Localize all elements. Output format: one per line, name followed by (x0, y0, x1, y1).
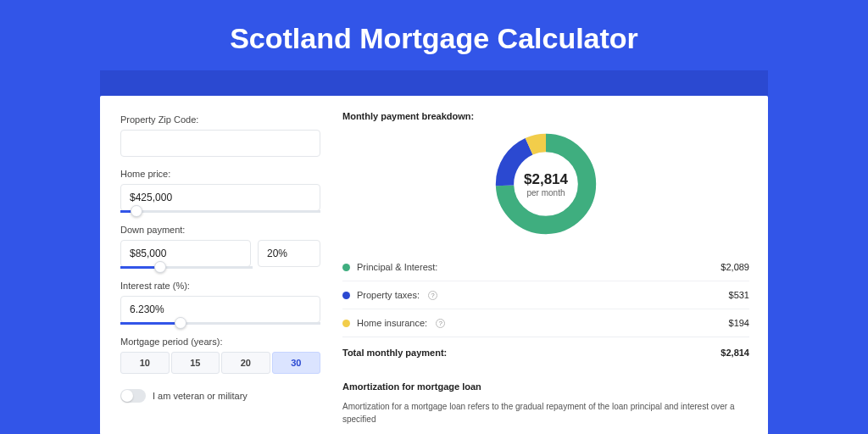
slider-thumb-icon[interactable] (154, 261, 166, 273)
period-option-10[interactable]: 10 (120, 352, 170, 374)
legend-label: Principal & Interest: (357, 262, 437, 272)
period-option-30[interactable]: 30 (272, 352, 321, 374)
total-value: $2,814 (721, 348, 749, 358)
interest-rate-slider[interactable] (120, 322, 320, 325)
legend-row: Home insurance:?$194 (342, 309, 749, 337)
calculator-card: Property Zip Code: Home price: Down paym… (100, 96, 768, 434)
legend-label: Home insurance: (357, 318, 427, 328)
interest-rate-label: Interest rate (%): (120, 281, 320, 291)
veteran-label: I am veteran or military (153, 391, 248, 401)
help-icon[interactable]: ? (436, 319, 445, 328)
period-option-20[interactable]: 20 (221, 352, 270, 374)
results-panel: Monthly payment breakdown: $2,814 per mo… (337, 96, 768, 434)
down-payment-label: Down payment: (120, 225, 320, 235)
interest-rate-input[interactable] (120, 296, 320, 323)
page-title: Scotland Mortgage Calculator (0, 0, 868, 70)
form-panel: Property Zip Code: Home price: Down paym… (100, 96, 337, 434)
legend-row: Property taxes:?$531 (342, 281, 749, 309)
home-price-input[interactable] (120, 184, 320, 211)
home-price-label: Home price: (120, 169, 320, 179)
amortization-text: Amortization for a mortgage loan refers … (342, 400, 749, 426)
total-row: Total monthly payment: $2,814 (342, 337, 749, 370)
legend-label: Property taxes: (357, 290, 420, 300)
help-icon[interactable]: ? (428, 291, 437, 300)
down-payment-field: Down payment: (120, 225, 320, 269)
legend-row: Principal & Interest:$2,089 (342, 253, 749, 281)
down-payment-slider[interactable] (120, 266, 253, 269)
zip-label: Property Zip Code: (120, 114, 320, 125)
period-option-15[interactable]: 15 (171, 352, 220, 374)
total-label: Total monthly payment: (342, 348, 447, 358)
home-price-field: Home price: (120, 169, 320, 213)
donut-center: $2,814 per month (492, 130, 600, 238)
slider-thumb-icon[interactable] (131, 205, 142, 217)
donut-sub: per month (526, 188, 565, 198)
period-options: 10152030 (120, 352, 320, 374)
toggle-knob-icon (121, 390, 133, 402)
donut-value: $2,814 (524, 171, 568, 188)
period-label: Mortgage period (years): (120, 337, 320, 347)
zip-field: Property Zip Code: (120, 114, 320, 157)
amortization-title: Amortization for mortgage loan (342, 381, 749, 392)
period-field: Mortgage period (years): 10152030 (120, 337, 320, 374)
home-price-slider[interactable] (120, 210, 320, 213)
interest-rate-field: Interest rate (%): (120, 281, 320, 325)
header-band (100, 70, 768, 96)
down-payment-pct-input[interactable] (258, 240, 320, 267)
zip-input[interactable] (120, 130, 320, 157)
legend-value: $2,089 (721, 262, 749, 272)
breakdown-title: Monthly payment breakdown: (342, 111, 749, 121)
legend-value: $531 (729, 290, 749, 300)
slider-thumb-icon[interactable] (175, 317, 186, 329)
veteran-toggle[interactable] (120, 389, 146, 403)
legend-dot-icon (342, 292, 350, 299)
veteran-row: I am veteran or military (120, 389, 320, 403)
legend: Principal & Interest:$2,089Property taxe… (342, 253, 749, 337)
down-payment-amount-input[interactable] (120, 240, 251, 267)
legend-dot-icon (342, 320, 350, 327)
legend-value: $194 (729, 318, 749, 328)
legend-dot-icon (342, 264, 350, 271)
donut-chart: $2,814 per month (342, 130, 749, 238)
